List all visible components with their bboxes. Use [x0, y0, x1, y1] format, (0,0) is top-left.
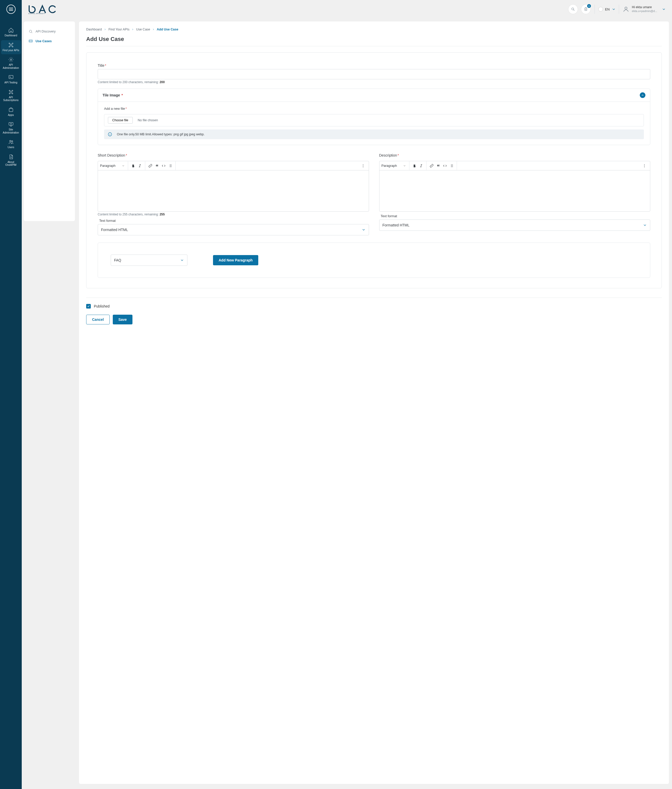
- rail-item-api-admin[interactable]: API Administration: [1, 55, 21, 72]
- rail-item-apps[interactable]: Apps: [1, 105, 21, 119]
- short-desc-label: Short Description*: [98, 153, 127, 157]
- monitor-gear-icon: [8, 121, 14, 127]
- info-icon: [108, 132, 112, 137]
- divider: [619, 5, 619, 14]
- list-button[interactable]: [167, 163, 174, 169]
- crumb-current: Add Use Case: [157, 28, 178, 31]
- paragraph-style-dropdown[interactable]: Paragraph: [382, 164, 407, 168]
- chevron-right-icon: [152, 28, 155, 31]
- user-menu[interactable]: Hi ekta umare ekta.u+padmin@d...: [623, 5, 666, 13]
- notif-badge: 0: [587, 4, 591, 8]
- chevron-up-icon: [641, 94, 644, 97]
- chevron-down-icon: [122, 164, 125, 167]
- italic-button[interactable]: [137, 163, 143, 169]
- svg-point-25: [363, 164, 363, 165]
- left-rail: Dashboard Find your APIs API Administrat…: [0, 0, 22, 789]
- notifications-button[interactable]: 0: [581, 5, 591, 14]
- uk-flag-icon: [598, 7, 603, 11]
- svg-point-16: [11, 141, 13, 142]
- quote-button[interactable]: [435, 163, 441, 169]
- paragraph-type-card: FAQ Add New Paragraph: [98, 243, 650, 278]
- topbar: DIGITAL APICRAFT 0 EN Hi ekta u: [22, 0, 672, 18]
- chevron-down-icon: [662, 7, 666, 11]
- code-button[interactable]: [442, 163, 448, 169]
- svg-rect-6: [9, 75, 13, 79]
- checkmark-icon: [87, 305, 90, 308]
- svg-rect-13: [9, 123, 13, 125]
- chevron-down-icon: [403, 164, 406, 167]
- page-panel: Dashboard Find Your APIs Use Case Add Us…: [79, 21, 669, 784]
- published-checkbox[interactable]: [86, 304, 91, 308]
- rail-item-about[interactable]: About OneAPIM: [1, 152, 21, 169]
- add-paragraph-button[interactable]: Add New Paragraph: [213, 255, 258, 265]
- crumb-use-case[interactable]: Use Case: [136, 28, 150, 31]
- code-button[interactable]: [161, 163, 167, 169]
- list-button[interactable]: [449, 163, 455, 169]
- svg-point-20: [625, 7, 627, 9]
- cancel-button[interactable]: Cancel: [86, 315, 110, 324]
- svg-rect-12: [9, 109, 13, 112]
- italic-button[interactable]: [418, 163, 424, 169]
- svg-point-5: [10, 59, 12, 61]
- short-text-format-select[interactable]: Formatted HTML: [98, 224, 369, 235]
- svg-point-28: [644, 164, 645, 165]
- doc-icon: [8, 154, 14, 160]
- desc-body[interactable]: [379, 170, 650, 211]
- paragraph-type-select[interactable]: FAQ: [111, 254, 188, 266]
- short-desc-helper: Content limited to 255 characters, remai…: [98, 212, 369, 216]
- desc-label: Description*: [379, 153, 399, 157]
- rail-item-api-subs[interactable]: API Subscriptions: [1, 87, 21, 104]
- subnav-item-api-discovery[interactable]: API Discovery: [24, 27, 75, 36]
- subnav-item-use-cases[interactable]: Use Cases: [24, 36, 75, 46]
- dac-logo-icon: DIGITAL APICRAFT: [28, 4, 62, 14]
- crumb-find-apis[interactable]: Find Your APIs: [108, 28, 129, 31]
- subnav: API Discovery Use Cases: [24, 21, 75, 221]
- link-button[interactable]: [428, 163, 435, 169]
- svg-point-11: [12, 93, 13, 94]
- choose-file-button[interactable]: Choose file: [108, 117, 133, 124]
- rail-item-dashboard[interactable]: Dashboard: [1, 26, 21, 40]
- svg-point-4: [12, 46, 13, 47]
- apps-icon: [8, 107, 14, 113]
- language-selector[interactable]: EN: [598, 7, 616, 11]
- svg-point-23: [30, 41, 30, 42]
- rail-item-users[interactable]: Users: [1, 137, 21, 152]
- editor-more-button[interactable]: [360, 163, 366, 169]
- search-button[interactable]: [568, 5, 578, 14]
- crumb-dashboard[interactable]: Dashboard: [86, 28, 102, 31]
- logo[interactable]: DIGITAL APICRAFT: [28, 4, 62, 14]
- divider: [86, 46, 662, 46]
- title-label: Title*: [98, 64, 106, 67]
- file-upload-row: Choose file No file chosen: [104, 114, 644, 126]
- svg-point-9: [12, 90, 13, 91]
- desc-text-format-select[interactable]: Formatted HTML: [379, 219, 651, 231]
- svg-point-1: [9, 43, 10, 44]
- short-desc-body[interactable]: [98, 170, 369, 211]
- bold-button[interactable]: [130, 163, 136, 169]
- svg-point-2: [12, 43, 13, 44]
- divider: [594, 5, 595, 14]
- chevron-down-icon: [643, 223, 647, 227]
- editor-more-button[interactable]: [641, 163, 647, 169]
- accordion-collapse-button[interactable]: [640, 93, 645, 98]
- add-file-label: Add a new file*: [104, 107, 127, 110]
- title-helper: Content limited to 200 characters, remai…: [98, 80, 650, 84]
- paragraph-style-dropdown[interactable]: Paragraph: [100, 164, 126, 168]
- quote-button[interactable]: [154, 163, 160, 169]
- hamburger-button[interactable]: [6, 5, 16, 14]
- chevron-down-icon: [611, 7, 616, 11]
- bold-button[interactable]: [411, 163, 417, 169]
- rail-item-site-admin[interactable]: Site Administration: [1, 120, 21, 137]
- link-button[interactable]: [147, 163, 153, 169]
- published-label: Published: [94, 304, 110, 308]
- svg-point-8: [9, 90, 10, 91]
- rail-item-api-testing[interactable]: API Testing: [1, 72, 21, 87]
- save-button[interactable]: Save: [113, 315, 132, 324]
- svg-point-14: [11, 123, 11, 125]
- chevron-down-icon: [180, 258, 184, 262]
- svg-point-29: [644, 165, 645, 166]
- rail-item-find-apis[interactable]: Find your APIs: [1, 40, 21, 54]
- title-input[interactable]: [98, 69, 650, 79]
- svg-text:DIGITAL APICRAFT: DIGITAL APICRAFT: [29, 13, 45, 14]
- subscription-icon: [8, 89, 14, 95]
